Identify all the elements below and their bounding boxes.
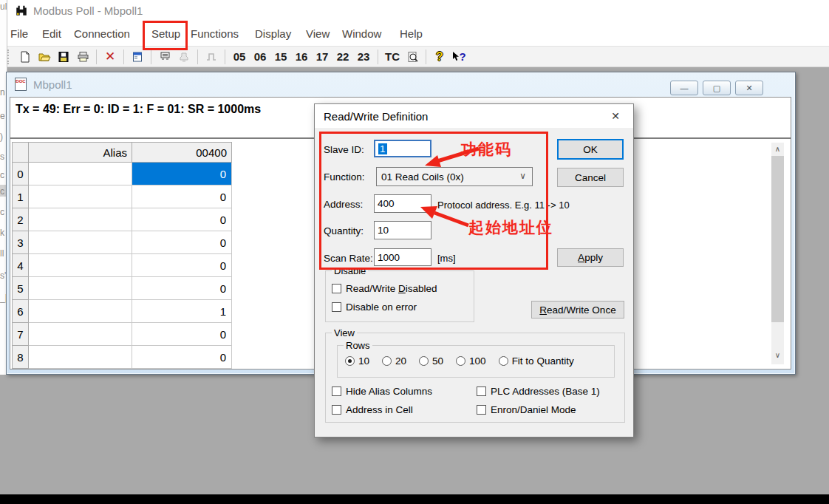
close-button[interactable]: ✕ xyxy=(735,81,763,95)
menu-functions[interactable]: Functions xyxy=(191,27,239,40)
toolbar-function-23[interactable]: 23 xyxy=(354,48,373,66)
menu-window[interactable]: Window xyxy=(342,27,381,40)
dialog-close-icon[interactable]: ✕ xyxy=(607,109,624,123)
scrollbar-thumb[interactable] xyxy=(771,156,784,322)
pulse-icon[interactable] xyxy=(202,48,220,66)
value-cell[interactable]: 0 xyxy=(132,185,232,208)
quantity-input[interactable]: 10 xyxy=(374,221,431,239)
rw-disabled-rest: isabled xyxy=(406,283,437,294)
scroll-down-icon[interactable]: ∨ xyxy=(771,349,784,361)
read-write-once-button[interactable]: Read/Write Once xyxy=(531,301,624,319)
dialog-title: Read/Write Definition xyxy=(324,110,428,123)
read-write-disabled-checkbox[interactable]: Read/Write Disabled xyxy=(332,283,437,294)
hide-alias-columns-label: Hide Alias Columns xyxy=(346,386,432,397)
main-titlebar[interactable]: Modbus Poll - Mbpoll1 xyxy=(7,0,829,22)
grid-corner-cell[interactable] xyxy=(13,143,29,163)
help-icon[interactable]: ? xyxy=(431,48,448,66)
communication-log-icon[interactable] xyxy=(403,48,421,66)
scroll-up-icon[interactable]: ∧ xyxy=(771,143,784,155)
rows-radio-100[interactable]: 100 xyxy=(456,355,486,367)
toolbar-function-22[interactable]: 22 xyxy=(333,48,352,66)
rows-radio-20[interactable]: 20 xyxy=(382,355,406,367)
row-header[interactable]: 7 xyxy=(13,323,29,346)
poll-once-icon[interactable] xyxy=(156,48,174,66)
value-cell[interactable]: 0 xyxy=(132,254,232,277)
value-cell[interactable]: 1 xyxy=(132,300,232,323)
display-setup-icon[interactable] xyxy=(129,48,146,66)
enron-daniel-mode-checkbox[interactable]: Enron/Daniel Mode xyxy=(477,404,576,415)
menu-file[interactable]: File xyxy=(10,27,28,40)
bottom-black-bar xyxy=(0,494,829,504)
row-header[interactable]: 8 xyxy=(13,346,29,369)
context-help-icon[interactable]: ? xyxy=(450,48,468,66)
toolbar-function-16[interactable]: 16 xyxy=(292,48,311,66)
alias-cell[interactable] xyxy=(29,323,132,346)
annotation-start-address: 起始地址位 xyxy=(468,217,553,238)
rows-radio-10[interactable]: 10 xyxy=(345,355,369,367)
poll-stop-icon[interactable] xyxy=(175,48,193,66)
doc-titlebar[interactable]: DOC Mbpoll1 — ▢ ✕ xyxy=(7,72,795,97)
menu-connection[interactable]: Connection xyxy=(74,27,130,40)
restore-button[interactable]: ▢ xyxy=(703,81,731,95)
alias-cell[interactable] xyxy=(29,231,132,254)
alias-cell[interactable] xyxy=(29,208,132,231)
menu-setup[interactable]: Setup xyxy=(151,27,180,40)
menu-view[interactable]: View xyxy=(306,27,330,40)
value-cell[interactable]: 0 xyxy=(132,277,232,300)
value-column-header[interactable]: 00400 xyxy=(132,143,232,163)
toolbar-function-15[interactable]: 15 xyxy=(271,48,290,66)
value-cell[interactable]: 0 xyxy=(132,231,232,254)
rows-radio-fit-to-quantity[interactable]: Fit to Quantity xyxy=(499,355,574,367)
save-icon[interactable] xyxy=(55,48,72,66)
rows-radio-50[interactable]: 50 xyxy=(419,355,443,367)
toolbar-function-17[interactable]: 17 xyxy=(313,48,332,66)
alias-cell[interactable] xyxy=(29,277,132,300)
alias-cell[interactable] xyxy=(29,254,132,277)
row-header[interactable]: 3 xyxy=(13,231,29,254)
value-cell[interactable]: 0 xyxy=(132,323,232,346)
dialog-titlebar[interactable]: Read/Write Definition ✕ xyxy=(315,104,633,128)
slave-id-input[interactable]: 1 xyxy=(374,140,431,157)
value-cell[interactable]: 0 xyxy=(132,208,232,231)
menu-edit[interactable]: Edit xyxy=(42,27,61,40)
alias-cell[interactable] xyxy=(29,346,132,369)
scan-rate-input[interactable]: 1000 xyxy=(374,248,431,266)
cancel-button[interactable]: Cancel xyxy=(557,168,624,187)
alias-cell[interactable] xyxy=(29,300,132,323)
menu-display[interactable]: Display xyxy=(255,27,291,40)
function-dropdown[interactable]: 01 Read Coils (0x) ∨ xyxy=(376,167,533,186)
hide-alias-columns-checkbox[interactable]: Hide Alias Columns xyxy=(332,386,432,397)
row-header[interactable]: 4 xyxy=(13,254,29,277)
open-file-icon[interactable] xyxy=(35,48,53,66)
row-header[interactable]: 2 xyxy=(13,208,29,231)
minimize-button[interactable]: — xyxy=(670,81,698,95)
ok-button[interactable]: OK xyxy=(557,139,624,160)
new-file-icon[interactable] xyxy=(16,48,34,66)
row-header[interactable]: 0 xyxy=(13,163,29,185)
function-label: Function: xyxy=(324,171,365,183)
value-cell-selected[interactable]: 0 xyxy=(132,163,232,185)
toolbar-function-06[interactable]: 06 xyxy=(250,48,270,66)
apply-button[interactable]: Apply xyxy=(557,248,624,267)
print-icon[interactable] xyxy=(74,48,92,66)
alias-cell[interactable] xyxy=(29,185,132,208)
menu-help[interactable]: Help xyxy=(400,27,423,40)
address-in-cell-checkbox[interactable]: Address in Cell xyxy=(332,404,413,415)
plc-addresses-checkbox[interactable]: PLC Addresses (Base 1) xyxy=(477,386,600,397)
alias-cell[interactable] xyxy=(29,163,132,185)
disable-group: Disable Read/Write Disabled Disable on e… xyxy=(325,270,474,322)
radio xyxy=(419,356,429,366)
row-header[interactable]: 5 xyxy=(13,277,29,300)
address-input[interactable]: 400 xyxy=(374,194,431,213)
row-header[interactable]: 1 xyxy=(13,185,29,208)
delete-icon[interactable]: ✕ xyxy=(101,48,119,66)
table-row: 4 0 xyxy=(13,254,232,277)
row-header[interactable]: 6 xyxy=(13,300,29,323)
toolbar-function-05[interactable]: 05 xyxy=(230,48,249,66)
alias-column-header[interactable]: Alias xyxy=(29,143,132,163)
vertical-scrollbar[interactable]: ∧ ∨ xyxy=(771,143,784,364)
test-center-button[interactable]: TC xyxy=(383,48,402,66)
value-cell[interactable]: 0 xyxy=(132,346,232,369)
disable-on-error-checkbox[interactable]: Disable on error xyxy=(332,302,417,313)
checkbox-box xyxy=(332,284,341,293)
